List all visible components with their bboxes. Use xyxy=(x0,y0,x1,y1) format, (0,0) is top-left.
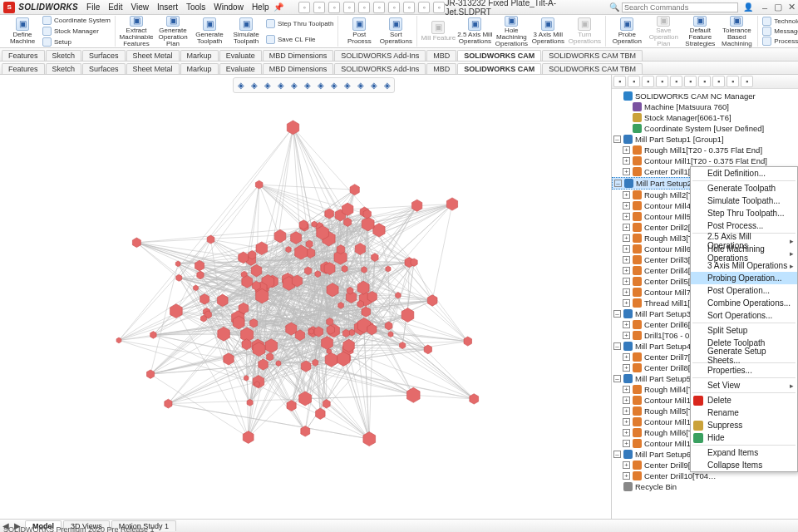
expand-icon[interactable]: + xyxy=(623,288,630,296)
minimize-button[interactable]: – xyxy=(758,2,771,12)
ribbon-message-window[interactable]: Message Window xyxy=(762,27,798,36)
tab-features[interactable]: Features xyxy=(2,63,45,74)
expand-icon[interactable]: + xyxy=(623,407,630,415)
menu-window[interactable]: Window xyxy=(214,2,244,12)
menu-insert[interactable]: Insert xyxy=(157,2,178,12)
tab-mbd-dimensions[interactable]: MBD Dimensions xyxy=(263,63,334,74)
tab-solidworks-cam[interactable]: SOLIDWORKS CAM xyxy=(457,50,541,61)
print-icon[interactable]: ◦ xyxy=(343,2,355,13)
ribbon-simulate-toolpath[interactable]: ▣Simulate Toolpath xyxy=(228,16,264,47)
graphics-viewport[interactable] xyxy=(0,75,611,519)
ctx-post-operation-[interactable]: Post Operation... xyxy=(691,284,797,297)
tab-solidworks-cam-tbm[interactable]: SOLIDWORKS CAM TBM xyxy=(542,63,643,74)
ctx-hole-machining-operations[interactable]: Hole Machining Operations xyxy=(691,247,797,259)
tab-markup[interactable]: Markup xyxy=(180,50,219,61)
hide-show-icon[interactable]: ◈ xyxy=(301,79,313,91)
feature-mgr-icon[interactable]: ▪ xyxy=(613,76,626,87)
tree-node[interactable]: –Mill Part Setup1 [Group1] xyxy=(612,134,798,145)
tree-node[interactable]: Recycle Bin xyxy=(612,481,798,492)
ribbon-tolerance-based-machining[interactable]: ▣Tolerance Based Machining xyxy=(718,16,755,47)
ctx-collapse-items[interactable]: Collapse Items xyxy=(691,459,797,471)
prev-view-icon[interactable]: ◈ xyxy=(261,79,273,91)
expand-icon[interactable]: + xyxy=(623,224,630,231)
expand-icon[interactable]: + xyxy=(623,397,630,404)
zoom-area-icon[interactable]: ◈ xyxy=(248,79,260,91)
ctx-generate-setup-sheets-[interactable]: Generate Setup Sheets... xyxy=(691,349,797,362)
tab-sketch[interactable]: Sketch xyxy=(46,63,82,74)
collapse-icon[interactable]: – xyxy=(613,375,621,382)
tree-node[interactable]: Machine [Matsuura 760] xyxy=(612,101,798,112)
expand-icon[interactable]: + xyxy=(623,440,630,447)
expand-icon[interactable]: + xyxy=(623,245,630,253)
new-icon[interactable]: ◦ xyxy=(298,2,310,13)
ribbon-generate-operation-plan[interactable]: ▣Generate Operation Plan xyxy=(155,16,191,47)
collapse-icon[interactable]: ▪ xyxy=(741,76,753,87)
ctx-probing-operation-[interactable]: Probing Operation... xyxy=(691,272,797,284)
redo-icon[interactable]: ◦ xyxy=(373,2,385,13)
ribbon-post-process[interactable]: ▣Post Process xyxy=(341,16,377,47)
expand-icon[interactable]: + xyxy=(623,157,630,165)
expand-icon[interactable]: + xyxy=(623,321,630,328)
tab-features[interactable]: Features xyxy=(2,50,45,61)
tab-solidworks-add-ins[interactable]: SOLIDWORKS Add-Ins xyxy=(334,63,426,74)
select-icon[interactable]: ◦ xyxy=(388,2,400,13)
ribbon-3-axis-mill-operations[interactable]: ▣3 Axis Mill Operations xyxy=(530,16,566,47)
dimxpert-icon[interactable]: ▪ xyxy=(656,76,668,87)
ctx-suppress[interactable]: Suppress xyxy=(691,419,797,431)
open-icon[interactable]: ◦ xyxy=(313,2,325,13)
collapse-icon[interactable]: – xyxy=(613,135,621,143)
ribbon-process-manager[interactable]: Process Manager xyxy=(762,37,798,46)
tab-sketch[interactable]: Sketch xyxy=(46,50,82,61)
ribbon-generate-toolpath[interactable]: ▣Generate Toolpath xyxy=(191,16,228,47)
property-icon[interactable]: ▪ xyxy=(628,76,640,87)
menu-pin-icon[interactable]: 📌 xyxy=(273,2,283,12)
config-icon[interactable]: ▪ xyxy=(642,76,654,87)
tree-node[interactable]: +Contour Mill1[T20 - 0.375 Flat End] xyxy=(612,155,798,166)
tab-solidworks-add-ins[interactable]: SOLIDWORKS Add-Ins xyxy=(334,50,426,61)
menu-edit[interactable]: Edit xyxy=(108,2,122,12)
tab-markup[interactable]: Markup xyxy=(180,63,219,74)
ctx-rename[interactable]: Rename xyxy=(691,406,797,419)
user-icon[interactable]: 👤 xyxy=(743,2,753,12)
menu-tools[interactable]: Tools xyxy=(186,2,205,12)
rebuild-icon[interactable]: ◦ xyxy=(403,2,415,13)
ctx-step-thru-toolpath-[interactable]: Step Thru Toolpath... xyxy=(691,207,797,219)
undo-icon[interactable]: ◦ xyxy=(358,2,370,13)
cam-tree-icon[interactable]: ▪ xyxy=(684,76,697,87)
tab-sheet-metal[interactable]: Sheet Metal xyxy=(126,63,180,74)
expand-icon[interactable]: + xyxy=(623,386,630,393)
expand-icon[interactable]: + xyxy=(623,364,630,372)
collapse-icon[interactable]: – xyxy=(613,342,621,350)
expand-icon[interactable]: + xyxy=(623,429,630,436)
ctx-delete[interactable]: Delete xyxy=(691,394,797,406)
collapse-icon[interactable]: – xyxy=(613,451,621,458)
tab-surfaces[interactable]: Surfaces xyxy=(82,63,126,74)
expand-icon[interactable]: + xyxy=(623,234,630,242)
expand-icon[interactable]: + xyxy=(623,202,630,209)
tab-mbd[interactable]: MBD xyxy=(426,50,456,61)
cam-tool-icon[interactable]: ▪ xyxy=(712,76,725,87)
ribbon-sort-operations[interactable]: ▣Sort Operations xyxy=(377,16,414,47)
expand-icon[interactable]: + xyxy=(623,168,630,175)
tab-evaluate[interactable]: Evaluate xyxy=(219,50,262,61)
expand-icon[interactable]: + xyxy=(623,418,630,426)
render-icon[interactable]: ◈ xyxy=(354,79,367,91)
ribbon-technology-database[interactable]: Technology Database xyxy=(762,17,798,26)
tree-node[interactable]: SOLIDWORKS CAM NC Manager xyxy=(612,91,798,101)
options-icon[interactable]: ◦ xyxy=(418,2,430,13)
ctx-expand-items[interactable]: Expand Items xyxy=(691,446,797,459)
apply-scene-icon[interactable]: ◈ xyxy=(314,79,327,91)
ctx-simulate-toolpath-[interactable]: Simulate Toolpath... xyxy=(691,195,797,207)
ribbon-step-thru-toolpath[interactable]: Step Thru Toolpath xyxy=(266,19,333,28)
ctx-combine-operations-[interactable]: Combine Operations... xyxy=(691,297,797,309)
ctx-sort-operations-[interactable]: Sort Operations... xyxy=(691,309,797,322)
tab-solidworks-cam-tbm[interactable]: SOLIDWORKS CAM TBM xyxy=(542,50,643,61)
ribbon-coordinate-system[interactable]: Coordinate System xyxy=(42,16,111,25)
zoom-fit-icon[interactable]: ◈ xyxy=(234,79,247,91)
ctx-3-axis-mill-operations[interactable]: 3 Axis Mill Operations xyxy=(691,259,797,272)
expand-icon[interactable]: + xyxy=(623,299,630,307)
collapse-icon[interactable]: – xyxy=(614,180,622,187)
tree-node[interactable]: Coordinate System [User Defined] xyxy=(612,123,798,134)
ribbon-default-feature-strategies[interactable]: ▣Default Feature Strategies xyxy=(682,16,718,47)
cam-op-icon[interactable]: ▪ xyxy=(698,76,711,87)
